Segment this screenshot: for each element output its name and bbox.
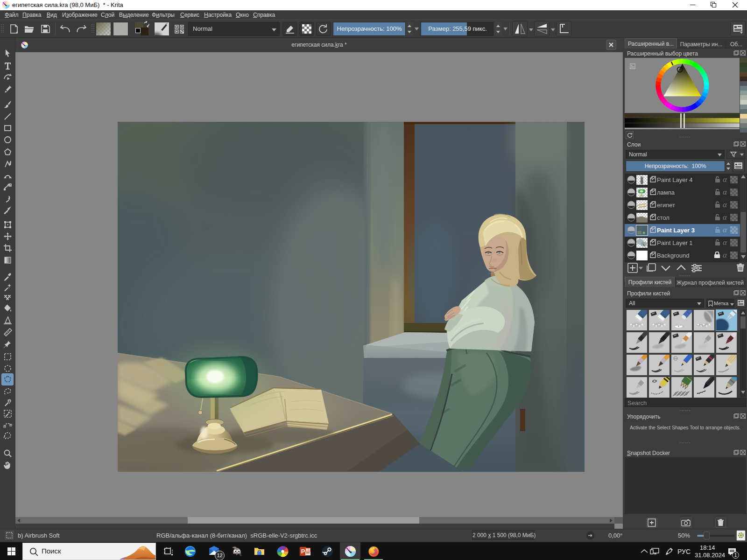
svg-text:P: P (301, 548, 305, 555)
